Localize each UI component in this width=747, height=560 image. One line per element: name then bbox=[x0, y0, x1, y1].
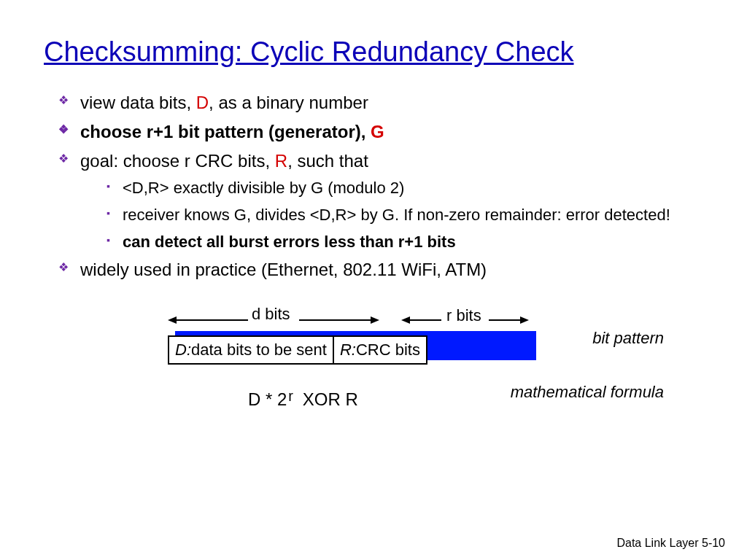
formula-base: D * 2 bbox=[248, 389, 287, 409]
label-D: D: bbox=[175, 341, 191, 359]
data-bits-cell: D: data bits to be sent bbox=[169, 337, 334, 363]
sub-1: <D,R> exactly divisible by G (modulo 2) bbox=[107, 176, 703, 200]
svg-marker-7 bbox=[520, 316, 529, 324]
arrow-right-icon bbox=[489, 315, 529, 325]
bullet-2: choose r+1 bit pattern (generator), G bbox=[58, 119, 703, 145]
arrow-left-icon bbox=[168, 315, 248, 325]
arrow-left-icon bbox=[401, 315, 441, 325]
bullet-list: view data bits, D, as a binary number ch… bbox=[58, 90, 703, 283]
formula-rest: XOR R bbox=[298, 389, 358, 409]
bit-frame: D: data bits to be sent R: CRC bits bbox=[168, 335, 427, 365]
var-D: D bbox=[196, 93, 209, 112]
text: view data bits, bbox=[80, 93, 196, 112]
text: data bits to be sent bbox=[191, 341, 327, 359]
sub-2: receiver knows G, divides <D,R> by G. If… bbox=[107, 203, 703, 227]
slide-title: Checksumming: Cyclic Redundancy Check bbox=[44, 36, 703, 68]
var-G: G bbox=[371, 122, 384, 141]
var-R: R bbox=[275, 151, 287, 171]
svg-marker-3 bbox=[371, 316, 379, 324]
svg-marker-1 bbox=[168, 316, 177, 324]
r-bits-label: r bits bbox=[446, 306, 481, 325]
text: , such that bbox=[287, 151, 368, 171]
text: CRC bits bbox=[356, 341, 420, 359]
arrow-right-icon bbox=[299, 315, 379, 325]
formula-exp: r bbox=[288, 388, 293, 404]
sub-3: can detect all burst errors less than r+… bbox=[107, 230, 703, 254]
svg-marker-5 bbox=[401, 316, 410, 324]
text: choose r+1 bit pattern (generator), bbox=[80, 122, 371, 141]
crc-diagram: d bits r bits D: data bits to be sent R:… bbox=[146, 309, 671, 440]
crc-bits-cell: R: CRC bits bbox=[334, 337, 426, 363]
formula: D * 2r XOR R bbox=[248, 388, 358, 410]
label-R: R: bbox=[340, 341, 356, 359]
bullet-3: goal: choose r CRC bits, R, such that <D… bbox=[58, 148, 703, 254]
d-bits-label: d bits bbox=[252, 305, 290, 324]
slide-footer: Data Link Layer 5-10 bbox=[616, 537, 725, 550]
sub-list: <D,R> exactly divisible by G (modulo 2) … bbox=[107, 176, 703, 254]
formula-caption: mathematical formula bbox=[511, 384, 664, 401]
bullet-4: widely used in practice (Ethernet, 802.1… bbox=[58, 257, 703, 283]
bit-pattern-caption: bit pattern bbox=[592, 330, 664, 347]
bullet-1: view data bits, D, as a binary number bbox=[58, 90, 703, 116]
text: goal: choose r CRC bits, bbox=[80, 151, 275, 171]
text: , as a binary number bbox=[209, 93, 368, 112]
